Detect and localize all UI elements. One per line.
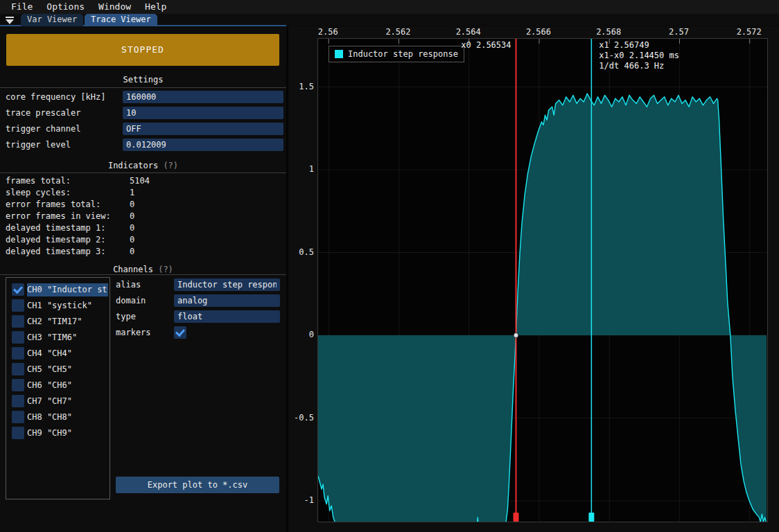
menu-file[interactable]: File [4,0,40,14]
menu-help[interactable]: Help [138,0,173,14]
sidebar: STOPPED Settings core frequency [kHz]tra… [0,26,286,532]
channel-row: CH3 "TIM6" [6,331,110,344]
prop-field-alias[interactable] [174,278,280,291]
channel-list: CH0 "Inductor stCH1 "systick"CH2 "TIM17"… [6,277,110,499]
y-tick-label: 1 [288,164,314,174]
indicator-label: frames total: [6,175,71,187]
indicator-label: sleep cycles: [6,187,71,199]
channel-label[interactable]: CH5 "CH5" [27,363,108,376]
prop-checkbox-markers[interactable] [174,326,186,339]
indicator-label: delayed timestamp 3: [6,246,106,258]
settings-title-text: Settings [123,75,164,85]
acquisition-status-button[interactable]: STOPPED [6,34,279,66]
series-area-fill [318,94,767,522]
channel-label[interactable]: CH6 "CH6" [27,379,108,392]
settings-label: trigger channel [6,123,80,135]
channel-label[interactable]: CH1 "systick" [27,299,108,312]
channel-label[interactable]: CH9 "CH9" [27,427,108,440]
channel-row: CH5 "CH5" [6,363,110,376]
separator [0,274,286,275]
marker-x1-line-text: x1 2.56749 [599,40,679,51]
channels-help-icon[interactable]: (?) [158,265,173,274]
channel-checkbox[interactable] [12,363,24,375]
menu-bar: FileOptionsWindowHelp [0,0,779,14]
x-tick-label: 2.564 [444,27,493,37]
indicator-value: 0 [130,222,134,234]
prop-label-type: type [116,310,136,323]
channel-checkbox[interactable] [12,411,24,423]
channel-checkbox[interactable] [12,331,24,344]
y-tick-label: -0.5 [288,413,314,423]
prop-field-domain[interactable] [174,294,280,307]
indicators-section-title: Indicators (?) [0,161,286,170]
prop-field-type[interactable] [174,310,280,323]
channels-title-text: Channels [113,265,153,274]
x-tick-label: 2.57 [654,27,703,37]
export-csv-button[interactable]: Export plot to *.csv [116,477,279,493]
y-tick-label: 0 [288,330,314,339]
settings-field-trigger-3[interactable] [123,139,283,151]
settings-label: core frequency [kHz] [6,91,106,103]
indicator-label: error frames total: [6,199,100,211]
plot-canvas[interactable] [318,39,767,522]
marker-x1-handle[interactable] [588,513,594,522]
indicator-value: 5104 [130,175,150,187]
indicator-label: error frames in view: [6,211,111,222]
channel-checkbox[interactable] [12,427,24,439]
settings-field-trace-1[interactable] [123,107,283,119]
channel-label[interactable]: CH4 "CH4" [27,347,108,360]
channel-label[interactable]: CH2 "TIM17" [27,315,108,328]
channel-row: CH1 "systick" [6,299,110,312]
x-tick-label: 2.568 [584,27,633,37]
channel-label[interactable]: CH0 "Inductor st [27,283,108,296]
prop-label-alias: alias [116,278,141,291]
app-window: FileOptionsWindowHelp STOPPED Settings c… [0,0,779,532]
channel-checkbox[interactable] [12,299,24,312]
indicator-label: delayed timestamp 1: [6,222,106,234]
marker-x0-handle[interactable] [514,513,519,522]
y-tick-label: 1.5 [288,82,314,91]
marker-x1-line-text: x1-x0 2.14450 ms [599,51,679,61]
indicator-value: 1 [130,187,134,199]
channel-label[interactable]: CH8 "CH8" [27,411,108,424]
channel-row: CH8 "CH8" [6,411,110,424]
separator [0,87,286,88]
x-tick-label: 2.562 [374,27,422,37]
settings-field-trigger-2[interactable] [123,123,283,135]
indicator-value: 0 [130,211,134,222]
channel-checkbox[interactable] [12,395,24,407]
marker-x1-readout: x1 2.56749x1-x0 2.14450 ms1/dt 466.3 Hz [599,40,679,71]
tab-var-viewer[interactable]: Var Viewer [21,14,83,26]
indicators-title-text: Indicators [108,161,158,170]
separator [0,172,286,173]
channel-label[interactable]: CH3 "TIM6" [27,331,108,344]
channel-label[interactable]: CH7 "CH7" [27,395,108,408]
tab-list-dropdown-icon[interactable] [5,17,15,24]
indicator-value: 0 [130,246,134,258]
x-tick-label: 2.566 [514,27,563,37]
channel-row: CH4 "CH4" [6,347,110,360]
indicator-value: 0 [130,234,134,246]
settings-field-core-0[interactable] [123,91,283,103]
channel-row: CH9 "CH9" [6,427,110,440]
channel-checkbox[interactable] [12,347,24,360]
marker-x0-label: x0 2.56534 [408,40,511,50]
indicators-help-icon[interactable]: (?) [163,161,178,170]
settings-label: trigger level [6,139,71,151]
indicator-label: delayed timestamp 2: [6,234,106,246]
menu-options[interactable]: Options [40,0,91,14]
prop-label-markers: markers [116,326,151,339]
channel-row: CH2 "TIM17" [6,315,110,328]
tab-trace-viewer[interactable]: Trace Viewer [85,14,157,26]
plot-area[interactable] [317,38,768,522]
y-tick-label: -1 [288,495,314,505]
channel-checkbox[interactable] [12,283,24,296]
menu-window[interactable]: Window [91,0,138,14]
channel-checkbox[interactable] [12,379,24,391]
prop-label-domain: domain [116,294,146,307]
channel-row: CH0 "Inductor st [6,283,110,296]
zero-cross-point [514,333,518,338]
x-tick-label: 2.572 [725,27,773,37]
channel-checkbox[interactable] [12,315,24,328]
checkmark-icon [13,284,23,294]
